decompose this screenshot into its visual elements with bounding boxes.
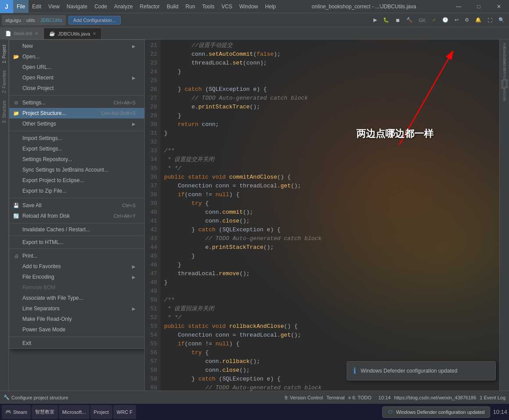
menu-settings[interactable]: ⚙ Settings... Ctrl+Alt+S	[9, 97, 144, 108]
breadcrumb-jdbcutils[interactable]: JDBCUtils	[40, 18, 62, 23]
taskbar-microsoft[interactable]: Microsoft...	[59, 405, 90, 419]
menu-open[interactable]: 📂 Open...	[9, 51, 144, 62]
maximize-button[interactable]: □	[469, 0, 489, 13]
menu-line-separators[interactable]: Line Separators ▶	[9, 303, 144, 314]
add-configuration-button[interactable]: Add Configuration...	[68, 16, 121, 25]
configure-project-structure[interactable]: 🔧 Configure project structure	[4, 395, 68, 400]
menu-build[interactable]: Build	[163, 0, 182, 13]
panel-tab-favorites[interactable]: 2: Favorites	[1, 67, 7, 97]
code-line-22: conn.setAutoCommit(false);	[164, 50, 496, 59]
menu-window[interactable]: Window	[236, 0, 262, 13]
menu-section-print: 🖨 Print... Add to Favorites ▶ File Encod…	[9, 250, 144, 336]
code-line-34: * 设置提交并关闭	[164, 155, 496, 164]
menu-export-html[interactable]: Export to HTML...	[9, 237, 144, 248]
menu-export-zip[interactable]: Export to Zip File...	[9, 186, 144, 196]
code-line-28: e.printStackTrace();	[164, 103, 496, 111]
terminal-label: Terminal	[326, 395, 345, 400]
breadcrumb-atguigu[interactable]: atguigu	[5, 18, 21, 23]
code-line-46: }	[164, 261, 496, 269]
steam-icon: 🎮	[5, 409, 11, 415]
todo-tab[interactable]: ≡ 6: TODO	[348, 395, 372, 400]
menu-export-settings[interactable]: Export Settings...	[9, 144, 144, 154]
code-editor: 两边点哪边都一样 21 22 23 24 25 26 27 28 29	[145, 39, 499, 391]
github-panel[interactable]: GitHub	[500, 70, 509, 79]
search-everywhere-button[interactable]: 🔍	[496, 16, 507, 24]
tab-book-iml[interactable]: 📄 book.iml ✕	[0, 28, 44, 39]
menu-close-project[interactable]: Close Project	[9, 83, 144, 93]
todo-label: ≡ 6: TODO	[348, 395, 372, 400]
close-button[interactable]: ✕	[489, 0, 509, 13]
minimize-button[interactable]: —	[448, 0, 469, 13]
code-line-21: //设置手动提交	[164, 41, 496, 50]
menu-analyze[interactable]: Analyze	[111, 0, 136, 13]
menu-refactor[interactable]: Refactor	[136, 0, 163, 13]
menu-help[interactable]: Help	[262, 0, 280, 13]
event-log-text: 1 Event Log	[480, 395, 505, 400]
menu-project-structure[interactable]: 📁 Project Structure... Ctrl+Alt+Shift+S	[9, 108, 144, 118]
code-content[interactable]: //设置手动提交 conn.setAutoCommit(false); thre…	[161, 39, 499, 391]
git-checkmark[interactable]: ✓	[430, 16, 439, 24]
debug-button[interactable]: 🐛	[380, 16, 392, 24]
terminal-tab[interactable]: Terminal	[326, 395, 345, 400]
menu-power-save[interactable]: Power Save Mode	[9, 324, 144, 335]
menu-open-recent[interactable]: Open Recent ▶	[9, 72, 144, 83]
menu-save-all[interactable]: 💾 Save All Ctrl+S	[9, 200, 144, 211]
menu-new[interactable]: New ▶	[9, 41, 144, 51]
taskbar-steam[interactable]: 🎮 Steam	[2, 405, 31, 419]
menu-add-to-favorites[interactable]: Add to Favorites ▶	[9, 261, 144, 272]
event-log[interactable]: 1 Event Log	[480, 395, 505, 400]
tab-jdbcutils[interactable]: ☕ JDBCUtils.java ✕	[44, 28, 102, 39]
notifications-button[interactable]: 🔔	[473, 16, 484, 24]
panel-tab-structure[interactable]: 3: Structure	[1, 97, 7, 127]
tab-book-iml-icon: 📄	[5, 31, 11, 36]
menu-other-settings[interactable]: Other Settings ▶	[9, 118, 144, 129]
version-control-tab[interactable]: 9: Version Control	[285, 395, 323, 400]
menu-view[interactable]: View	[45, 0, 63, 13]
menu-vcs[interactable]: VCS	[218, 0, 236, 13]
notification-info-icon: ℹ	[353, 366, 356, 376]
settings-button[interactable]: ⚙	[462, 16, 472, 24]
codota-panel[interactable]: Codota	[500, 61, 509, 69]
menu-make-readonly[interactable]: Make File Read-Only	[9, 314, 144, 324]
menu-edit[interactable]: Edit	[29, 0, 45, 13]
menu-print[interactable]: 🖨 Print...	[9, 251, 144, 261]
steam-label: Steam	[13, 409, 27, 415]
menu-file[interactable]: File	[13, 0, 29, 13]
menu-sync-settings[interactable]: Sync Settings to JetBrains Account...	[9, 165, 144, 175]
stop-button[interactable]: ⏹	[393, 16, 403, 24]
url-display[interactable]: https://blog.csdn.net/weixin_43876186	[394, 395, 476, 400]
menu-invalidate-caches[interactable]: Invalidate Caches / Restart...	[9, 224, 144, 235]
build-button[interactable]: 🔨	[404, 16, 415, 24]
menu-run[interactable]: Run	[182, 0, 199, 13]
tab-book-iml-close[interactable]: ✕	[35, 31, 38, 36]
menu-bar: File Edit View Navigate Code Analyze Ref…	[13, 0, 280, 13]
breadcrumb-utils[interactable]: utils	[26, 18, 35, 23]
taskbar-smartclass[interactable]: 智慧教室	[32, 405, 58, 419]
run-button[interactable]: ▶	[371, 16, 380, 24]
menu-reload[interactable]: 🔄 Reload All from Disk Ctrl+Alt+Y	[9, 211, 144, 221]
menu-tools[interactable]: Tools	[199, 0, 218, 13]
code-line-26: } catch (SQLException e) {	[164, 85, 496, 94]
menu-open-url[interactable]: Open URL...	[9, 62, 144, 72]
panel-tab-project[interactable]: 1: Project	[1, 41, 7, 67]
menu-navigate[interactable]: Navigate	[63, 0, 91, 13]
taskbar-project[interactable]: Project	[90, 405, 112, 419]
separator-6	[9, 248, 144, 249]
code-line-55: if(conn != null) {	[164, 340, 496, 348]
menu-export-eclipse[interactable]: Export Project to Eclipse...	[9, 175, 144, 186]
git-label: Git:	[416, 16, 429, 24]
leetcode-panel[interactable]: leetcode	[500, 90, 509, 98]
menu-associate-file-type[interactable]: Associate with File Type...	[9, 293, 144, 303]
fullscreen-button[interactable]: ⛶	[485, 16, 495, 24]
git-rollback[interactable]: ↩	[452, 16, 461, 24]
menu-settings-repository[interactable]: Settings Repository...	[9, 154, 144, 165]
menu-import-settings[interactable]: Import Settings...	[9, 133, 144, 144]
git-history[interactable]: 🕐	[440, 16, 451, 24]
menu-code[interactable]: Code	[91, 0, 111, 13]
code-line-36: public static void commitAndClose() {	[164, 173, 496, 182]
tab-jdbcutils-close[interactable]: ✕	[93, 31, 96, 36]
taskbar-wrc[interactable]: WRC F	[113, 405, 136, 419]
menu-exit[interactable]: Exit	[9, 338, 144, 348]
menu-file-encoding[interactable]: File Encoding ▶	[9, 272, 144, 282]
windows-defender-notification[interactable]: 🛡 Windows Defender configuration updated	[382, 406, 491, 418]
